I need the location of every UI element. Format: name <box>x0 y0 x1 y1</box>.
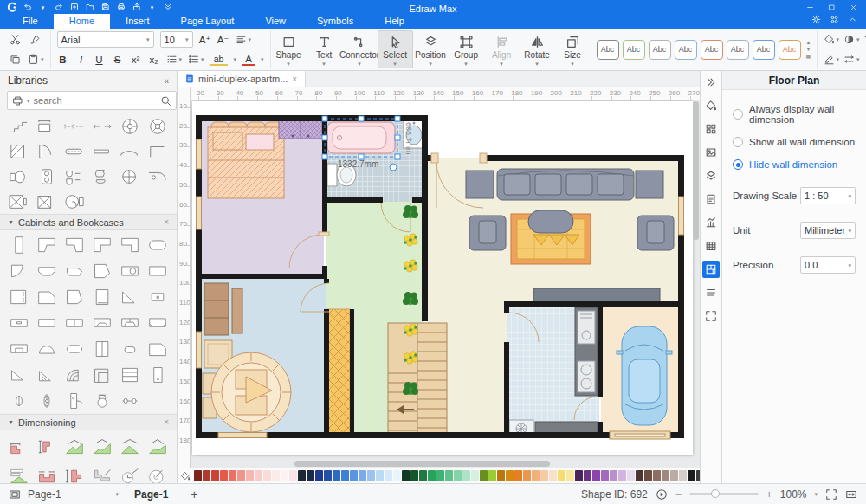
add-page-button[interactable]: + <box>184 488 204 501</box>
library-shape[interactable] <box>33 336 61 362</box>
library-shape[interactable] <box>144 432 171 462</box>
color-swatch[interactable] <box>644 470 652 481</box>
color-swatch[interactable] <box>229 470 236 481</box>
bullet-list-button[interactable]: ▾ <box>188 54 204 65</box>
color-swatch[interactable] <box>610 470 617 481</box>
floorplan-panel-button[interactable] <box>702 261 720 278</box>
position-button[interactable]: Position▾ <box>413 30 449 68</box>
color-swatch[interactable] <box>298 470 306 481</box>
color-swatch[interactable] <box>601 470 609 481</box>
library-shape[interactable] <box>88 362 116 388</box>
color-swatch[interactable] <box>549 470 557 481</box>
library-shape[interactable] <box>61 462 88 483</box>
library-shape[interactable] <box>88 164 116 189</box>
color-swatch[interactable] <box>636 470 643 481</box>
font-color-button[interactable]: A <box>242 54 255 66</box>
color-swatch[interactable] <box>324 470 332 481</box>
color-swatch[interactable] <box>350 470 358 481</box>
library-shape[interactable] <box>116 113 144 139</box>
color-swatch[interactable] <box>436 470 444 481</box>
underline-button[interactable]: U <box>94 55 106 65</box>
color-swatch[interactable] <box>488 470 496 481</box>
fill-color-button[interactable]: ▾ <box>824 34 840 45</box>
library-shape[interactable] <box>116 232 144 258</box>
menu-tab-insert[interactable]: Insert <box>110 14 165 29</box>
color-swatch[interactable] <box>402 470 410 481</box>
page-selector[interactable]: Page-1▾ <box>28 488 119 501</box>
color-swatch[interactable] <box>255 470 262 481</box>
library-shape[interactable] <box>61 336 88 362</box>
caret-down-button[interactable]: ▾ <box>36 1 49 13</box>
library-shape[interactable] <box>61 284 88 310</box>
zoom-out-button[interactable]: − <box>675 488 682 501</box>
library-shape[interactable] <box>33 388 61 414</box>
library-shape[interactable] <box>116 362 144 388</box>
style-swatch[interactable]: Abc <box>623 40 645 60</box>
color-swatch[interactable] <box>653 470 661 481</box>
color-swatch[interactable] <box>376 470 384 481</box>
library-shape[interactable] <box>33 284 61 310</box>
library-shape[interactable] <box>144 139 171 164</box>
library-shape[interactable] <box>33 139 61 164</box>
library-menu-icon[interactable] <box>12 95 23 107</box>
section-dimensioning[interactable]: ▼ Dimensioning × <box>0 414 177 430</box>
subscript-button[interactable]: x₂ <box>148 55 160 65</box>
play-presentation-icon[interactable] <box>656 488 668 501</box>
library-shape[interactable] <box>61 232 88 258</box>
color-swatch[interactable] <box>670 470 678 481</box>
color-swatch[interactable] <box>679 470 687 481</box>
library-shape[interactable] <box>88 139 116 164</box>
library-shape[interactable] <box>116 139 144 164</box>
menu-tab-home[interactable]: Home <box>54 14 110 29</box>
library-shape[interactable] <box>5 462 33 483</box>
drawing-scale-select[interactable]: 1 : 50▾ <box>800 187 856 204</box>
style-swatch[interactable]: Abc <box>779 40 801 60</box>
color-swatch[interactable] <box>307 470 314 481</box>
library-shape[interactable] <box>144 310 171 336</box>
color-swatch[interactable] <box>514 470 522 481</box>
line-style-button[interactable]: ▾ <box>843 54 860 65</box>
font-family-select[interactable]: Arial▾ <box>57 31 154 48</box>
close-button[interactable] <box>850 2 857 14</box>
image-panel-button[interactable] <box>702 144 720 161</box>
color-swatch[interactable] <box>506 470 514 481</box>
library-shape[interactable] <box>33 462 61 483</box>
library-shape[interactable] <box>33 362 61 388</box>
format-painter-button[interactable] <box>28 34 42 45</box>
zoom-slider[interactable] <box>689 493 759 495</box>
page-tab[interactable]: Page-1 <box>126 488 177 501</box>
color-swatch[interactable] <box>497 470 505 481</box>
library-shape[interactable] <box>61 258 88 284</box>
library-shape[interactable] <box>116 284 144 310</box>
drawing-page[interactable]: 1332.7mm 666.7mm <box>192 101 693 455</box>
library-shape[interactable] <box>5 139 33 164</box>
caret-down-button[interactable]: ▾ <box>145 1 158 13</box>
section-close-icon[interactable]: × <box>164 417 169 427</box>
color-swatch[interactable] <box>532 470 540 481</box>
library-shape[interactable] <box>5 258 33 284</box>
library-shape[interactable] <box>116 388 144 414</box>
library-shape[interactable] <box>61 113 88 139</box>
color-swatch[interactable] <box>523 470 531 481</box>
fit-panel-button[interactable] <box>702 307 720 325</box>
library-shape[interactable] <box>88 284 116 310</box>
save-button[interactable] <box>99 1 112 13</box>
outline-panel-button[interactable] <box>702 284 720 301</box>
text-button[interactable]: Text▾ <box>307 30 342 68</box>
settings-gear-button[interactable] <box>811 15 821 27</box>
library-shape[interactable] <box>116 462 144 483</box>
size-button[interactable]: Size▾ <box>555 30 591 68</box>
library-shape[interactable] <box>33 232 61 258</box>
library-shape[interactable] <box>144 232 171 258</box>
undo-button[interactable] <box>21 1 34 13</box>
menu-tab-symbols[interactable]: Symbols <box>301 14 369 29</box>
library-shape[interactable] <box>116 164 144 189</box>
style-swatch[interactable]: Abc <box>753 40 775 60</box>
menu-tab-page-layout[interactable]: Page Layout <box>165 14 250 29</box>
collapse-sidebar-icon[interactable]: « <box>164 75 169 86</box>
style-swatch[interactable]: Abc <box>675 40 697 60</box>
rotate-button[interactable]: Rotate▾ <box>520 30 555 68</box>
library-shape[interactable] <box>33 310 61 336</box>
fullscreen-icon[interactable] <box>825 488 837 501</box>
library-shape[interactable] <box>88 462 116 483</box>
